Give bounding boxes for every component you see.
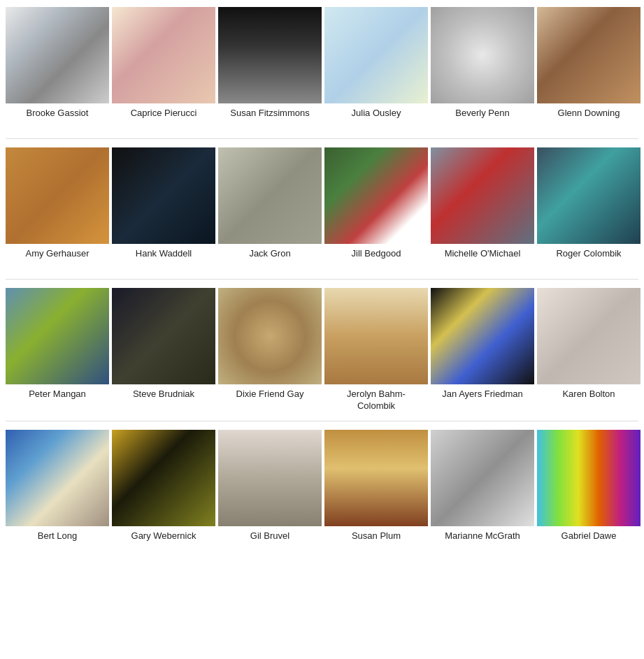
artist-image-marianne-mcgrath [431, 430, 534, 526]
artist-image-roger-colombik [537, 147, 641, 244]
artist-name-peter-mangan: Peter Mangan [29, 389, 86, 411]
artist-name-dixie-friend-gay: Dixie Friend Gay [236, 389, 304, 411]
artist-image-jack-gron [218, 147, 322, 244]
artist-image-beverly-penn [431, 7, 534, 103]
artist-item-glenn-downing[interactable]: Glenn Downing [537, 7, 641, 130]
artist-item-brooke-gassiot[interactable]: Brooke Gassiot [6, 7, 109, 130]
artist-image-jan-ayers-friedman [431, 288, 534, 384]
row-separator [6, 138, 638, 139]
artist-item-jan-ayers-friedman[interactable]: Jan Ayers Friedman [431, 288, 534, 412]
artist-name-gabriel-dawe: Gabriel Dawe [561, 530, 617, 553]
artist-image-brooke-gassiot [6, 7, 109, 103]
artist-item-michelle-omichael[interactable]: Michelle O'Michael [431, 147, 534, 270]
artist-image-karen-bolton [537, 288, 641, 384]
artist-image-glenn-downing [537, 7, 641, 103]
artist-name-marianne-mcgrath: Marianne McGrath [445, 530, 520, 553]
artist-image-steve-brudniak [112, 288, 215, 384]
artist-item-jack-gron[interactable]: Jack Gron [218, 147, 322, 270]
gallery-row-4: Bert LongGary WebernickGil BruvelSusan P… [6, 430, 638, 553]
artist-image-caprice-pierucci [112, 7, 215, 103]
artist-item-hank-waddell[interactable]: Hank Waddell [112, 147, 215, 270]
artist-image-peter-mangan [6, 288, 109, 384]
artist-name-jack-gron: Jack Gron [249, 248, 290, 270]
artist-name-glenn-downing: Glenn Downing [558, 108, 620, 130]
artist-name-karen-bolton: Karen Bolton [562, 389, 615, 411]
artist-item-gary-webernick[interactable]: Gary Webernick [112, 430, 215, 553]
row-separator [6, 421, 638, 421]
gallery-row-2: Amy GerhauserHank WaddellJack GronJill B… [6, 147, 638, 270]
artist-item-gil-bruvel[interactable]: Gil Bruvel [218, 430, 322, 553]
artist-name-julia-ousley: Julia Ousley [352, 108, 401, 130]
artist-name-michelle-omichael: Michelle O'Michael [445, 248, 521, 270]
artist-name-caprice-pierucci: Caprice Pierucci [131, 108, 197, 130]
artist-name-gary-webernick: Gary Webernick [131, 530, 196, 553]
artist-image-susan-plum [324, 430, 428, 526]
artist-name-jan-ayers-friedman: Jan Ayers Friedman [442, 389, 522, 411]
gallery-row-3: Peter ManganSteve BrudniakDixie Friend G… [6, 288, 638, 412]
row-separator [6, 279, 638, 280]
artist-image-jill-bedgood [324, 147, 428, 244]
artist-item-roger-colombik[interactable]: Roger Colombik [537, 147, 641, 270]
gallery-row-1: Brooke GassiotCaprice PierucciSusan Fitz… [6, 7, 638, 130]
artist-name-susan-fitzsimmons: Susan Fitzsimmons [230, 108, 309, 130]
artist-item-susan-fitzsimmons[interactable]: Susan Fitzsimmons [218, 7, 322, 130]
artist-image-julia-ousley [324, 7, 428, 103]
artist-item-jerolyn-bahm-colombik[interactable]: Jerolyn Bahm-Colombik [324, 288, 428, 412]
artist-name-brooke-gassiot: Brooke Gassiot [27, 108, 89, 130]
artist-name-bert-long: Bert Long [38, 530, 77, 553]
artist-name-gil-bruvel: Gil Bruvel [250, 530, 289, 553]
artist-name-steve-brudniak: Steve Brudniak [133, 389, 194, 411]
artist-image-gabriel-dawe [537, 430, 641, 526]
artist-item-bert-long[interactable]: Bert Long [6, 430, 109, 553]
artist-item-marianne-mcgrath[interactable]: Marianne McGrath [431, 430, 534, 553]
artist-item-caprice-pierucci[interactable]: Caprice Pierucci [112, 7, 215, 130]
artist-item-amy-gerhauser[interactable]: Amy Gerhauser [6, 147, 109, 270]
artist-name-roger-colombik: Roger Colombik [556, 248, 621, 270]
artist-image-dixie-friend-gay [218, 288, 322, 384]
artist-name-beverly-penn: Beverly Penn [455, 108, 509, 130]
artist-image-michelle-omichael [431, 147, 534, 244]
artist-item-susan-plum[interactable]: Susan Plum [324, 430, 428, 553]
artist-item-karen-bolton[interactable]: Karen Bolton [537, 288, 641, 412]
artist-image-gil-bruvel [218, 430, 322, 526]
artist-item-jill-bedgood[interactable]: Jill Bedgood [324, 147, 428, 270]
artist-item-beverly-penn[interactable]: Beverly Penn [431, 7, 534, 130]
artist-image-jerolyn-bahm-colombik [324, 288, 428, 384]
artist-name-jill-bedgood: Jill Bedgood [352, 248, 401, 270]
artist-name-hank-waddell: Hank Waddell [136, 248, 192, 270]
artist-image-amy-gerhauser [6, 147, 109, 244]
artist-image-bert-long [6, 430, 109, 526]
artist-image-gary-webernick [112, 430, 215, 526]
artist-image-hank-waddell [112, 147, 215, 244]
artist-name-amy-gerhauser: Amy Gerhauser [25, 248, 89, 270]
artist-item-julia-ousley[interactable]: Julia Ousley [324, 7, 428, 130]
artist-name-jerolyn-bahm-colombik: Jerolyn Bahm-Colombik [347, 389, 406, 412]
artist-item-dixie-friend-gay[interactable]: Dixie Friend Gay [218, 288, 322, 412]
artist-name-susan-plum: Susan Plum [352, 530, 401, 553]
artist-item-peter-mangan[interactable]: Peter Mangan [6, 288, 109, 412]
artist-image-susan-fitzsimmons [218, 7, 322, 103]
artist-item-gabriel-dawe[interactable]: Gabriel Dawe [537, 430, 641, 553]
gallery-grid: Brooke GassiotCaprice PierucciSusan Fitz… [0, 0, 644, 567]
artist-item-steve-brudniak[interactable]: Steve Brudniak [112, 288, 215, 412]
